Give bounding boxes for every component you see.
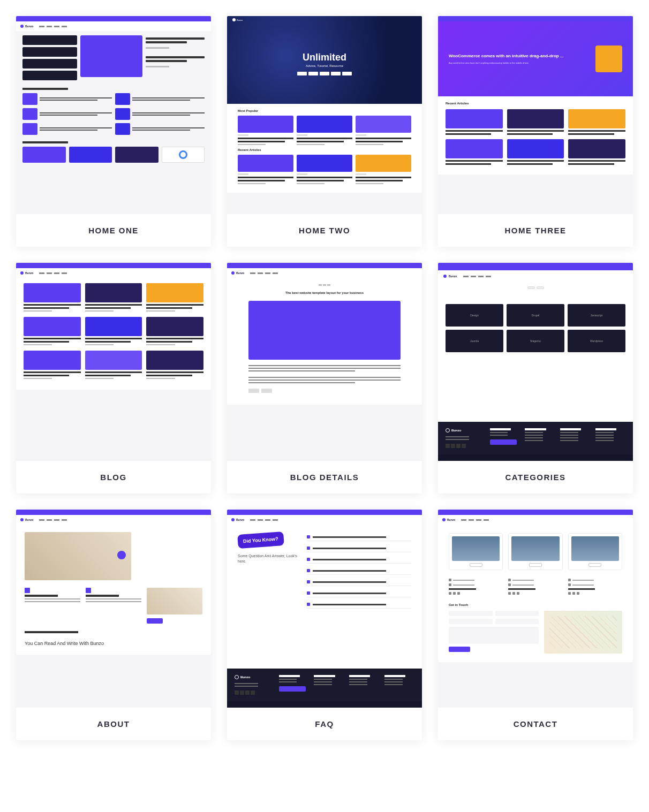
label-contact: CONTACT	[438, 708, 633, 740]
label-home-one: HOME ONE	[16, 214, 211, 247]
card-about[interactable]: Bunzo	[16, 510, 211, 740]
card-categories[interactable]: Bunzo Design Drupal Javascript Joomla Ma…	[438, 263, 633, 494]
label-about: ABOUT	[16, 708, 211, 740]
card-blog-details[interactable]: Bunzo The best website template layout f…	[227, 263, 422, 494]
card-home-one[interactable]: Bunzo	[16, 16, 211, 247]
thumb-contact: Bunzo	[438, 510, 633, 708]
label-categories: CATEGORIES	[438, 461, 633, 494]
thumb-about: Bunzo	[16, 510, 211, 708]
thumb-categories: Bunzo Design Drupal Javascript Joomla Ma…	[438, 263, 633, 461]
label-faq: FAQ	[227, 708, 422, 740]
label-home-two: HOME TWO	[227, 214, 422, 247]
card-faq[interactable]: Bunzo Did You Know? Some Question And An…	[227, 510, 422, 740]
card-blog[interactable]: Bunzo	[16, 263, 211, 494]
card-home-two[interactable]: Bunzo Unlimited Advice, Tutorial, Resour…	[227, 16, 422, 247]
thumb-home-two: Bunzo Unlimited Advice, Tutorial, Resour…	[227, 16, 422, 214]
thumb-home-three: WooCommerce comes with an intuitive drag…	[438, 16, 633, 214]
template-grid: Bunzo	[16, 16, 633, 740]
thumb-home-one: Bunzo	[16, 16, 211, 214]
card-home-three[interactable]: WooCommerce comes with an intuitive drag…	[438, 16, 633, 247]
thumb-blog: Bunzo	[16, 263, 211, 461]
thumb-faq: Bunzo Did You Know? Some Question And An…	[227, 510, 422, 708]
label-blog-details: BLOG DETAILS	[227, 461, 422, 494]
thumb-blog-details: Bunzo The best website template layout f…	[227, 263, 422, 461]
card-contact[interactable]: Bunzo	[438, 510, 633, 740]
label-blog: BLOG	[16, 461, 211, 494]
label-home-three: HOME THREE	[438, 214, 633, 247]
